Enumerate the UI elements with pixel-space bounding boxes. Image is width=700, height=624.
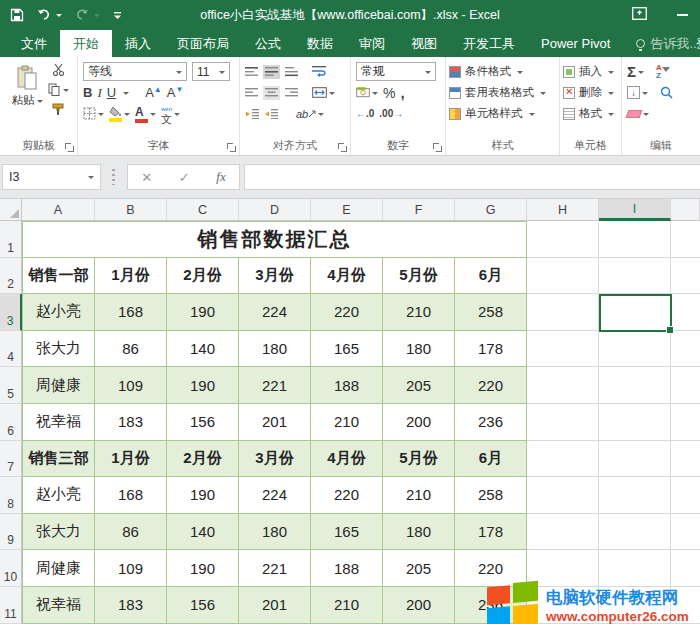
row-header-9[interactable]: 9 xyxy=(0,514,22,551)
cell-F11[interactable]: 200 xyxy=(383,587,455,624)
column-header-G[interactable]: G xyxy=(455,199,527,221)
cell-E8[interactable]: 220 xyxy=(311,477,383,514)
insert-function-icon[interactable]: fx xyxy=(216,169,225,185)
cell-A10[interactable]: 周健康 xyxy=(22,550,95,587)
cell-I8[interactable] xyxy=(599,477,671,514)
cell-A8[interactable]: 赵小亮 xyxy=(22,477,95,514)
column-header-A[interactable]: A xyxy=(22,199,95,221)
cell-E11[interactable]: 210 xyxy=(311,587,383,624)
orientation-button[interactable]: ab xyxy=(296,108,324,120)
row-header-11[interactable]: 11 xyxy=(0,587,22,624)
phonetic-dropdown-icon[interactable] xyxy=(174,113,180,119)
row-header-8[interactable]: 8 xyxy=(0,477,22,514)
cell-D5[interactable]: 221 xyxy=(239,367,311,404)
cell-A7[interactable]: 销售三部 xyxy=(22,441,95,478)
cell-H8[interactable] xyxy=(527,477,599,514)
cut-button[interactable] xyxy=(48,63,69,76)
cell-A4[interactable]: 张大力 xyxy=(22,331,95,368)
borders-button[interactable] xyxy=(83,107,104,120)
column-header-E[interactable]: E xyxy=(311,199,383,221)
font-dialog-launcher[interactable] xyxy=(227,143,236,152)
increase-decimal-button[interactable]: ←.0 xyxy=(356,108,374,119)
copy-button[interactable] xyxy=(48,83,69,96)
redo-dropdown-icon[interactable] xyxy=(94,14,100,20)
cell-H4[interactable] xyxy=(527,331,599,368)
styles-item-2[interactable]: 单元格样式 xyxy=(446,103,559,124)
ribbon-display-options-icon[interactable] xyxy=(632,6,647,24)
font-color-dropdown-icon[interactable] xyxy=(150,113,156,119)
clear-button[interactable] xyxy=(627,110,649,118)
cell-F9[interactable]: 180 xyxy=(383,514,455,551)
merge-center-button[interactable] xyxy=(312,87,335,98)
cell-D10[interactable]: 221 xyxy=(239,550,311,587)
cell-I2[interactable] xyxy=(599,258,671,295)
underline-button[interactable]: U xyxy=(107,85,116,100)
cell-B10[interactable]: 109 xyxy=(95,550,167,587)
cell-H6[interactable] xyxy=(527,404,599,441)
top-align-button[interactable] xyxy=(245,67,258,77)
tab-file[interactable]: 文件 xyxy=(8,30,60,57)
align-left-button[interactable] xyxy=(245,88,258,98)
row-header-7[interactable]: 7 xyxy=(0,441,22,478)
undo-button[interactable] xyxy=(37,9,62,21)
cell-H1[interactable] xyxy=(527,221,599,258)
active-cell-selection[interactable] xyxy=(599,294,672,332)
cell-G3[interactable]: 258 xyxy=(455,294,527,331)
cell-G6[interactable]: 236 xyxy=(455,404,527,441)
copy-dropdown-icon[interactable] xyxy=(63,89,69,95)
cell-I4[interactable] xyxy=(599,331,671,368)
cell-partial-8[interactable] xyxy=(671,477,700,514)
column-header-B[interactable]: B xyxy=(95,199,167,221)
cell-C2[interactable]: 2月份 xyxy=(167,258,239,295)
cell-C11[interactable]: 156 xyxy=(167,587,239,624)
cell-C10[interactable]: 190 xyxy=(167,550,239,587)
cell-E10[interactable]: 188 xyxy=(311,550,383,587)
fill-dropdown-icon[interactable] xyxy=(642,92,648,98)
tab-home[interactable]: 开始 xyxy=(60,30,112,57)
cell-B2[interactable]: 1月份 xyxy=(95,258,167,295)
formula-bar-resize-handle[interactable] xyxy=(112,169,115,185)
cell-G4[interactable]: 178 xyxy=(455,331,527,368)
cell-C7[interactable]: 2月份 xyxy=(167,441,239,478)
cell-H3[interactable] xyxy=(527,294,599,331)
row-header-2[interactable]: 2 xyxy=(0,258,22,295)
cell-A3[interactable]: 赵小亮 xyxy=(22,294,95,331)
cell-partial-6[interactable] xyxy=(671,404,700,441)
bold-button[interactable]: B xyxy=(83,85,92,100)
cell-I5[interactable] xyxy=(599,367,671,404)
select-all-button[interactable] xyxy=(0,199,22,221)
cell-D9[interactable]: 180 xyxy=(239,514,311,551)
autosum-button[interactable]: Σ xyxy=(627,63,644,80)
cancel-icon[interactable]: ✕ xyxy=(141,170,152,185)
alignment-dialog-launcher[interactable] xyxy=(338,143,347,152)
cell-F6[interactable]: 200 xyxy=(383,404,455,441)
name-box[interactable]: I3 xyxy=(2,164,101,190)
cell-C9[interactable]: 140 xyxy=(167,514,239,551)
orientation-dropdown-icon[interactable] xyxy=(318,113,324,119)
number-format-select[interactable]: 常规 xyxy=(356,62,436,81)
cell-B3[interactable]: 168 xyxy=(95,294,167,331)
cell-A6[interactable]: 祝幸福 xyxy=(22,404,95,441)
tab-review[interactable]: 审阅 xyxy=(346,30,398,57)
row-header-5[interactable]: 5 xyxy=(0,367,22,404)
increase-indent-button[interactable] xyxy=(264,109,278,119)
cell-A2[interactable]: 销售一部 xyxy=(22,258,95,295)
column-header-C[interactable]: C xyxy=(167,199,239,221)
row-header-3[interactable]: 3 xyxy=(0,294,22,331)
cell-D8[interactable]: 224 xyxy=(239,477,311,514)
tab-sign-in[interactable]: 登 xyxy=(683,30,700,57)
increase-font-size-button[interactable]: A▲ xyxy=(145,85,162,100)
row-header-1[interactable]: 1 xyxy=(0,221,22,258)
cell-B6[interactable]: 183 xyxy=(95,404,167,441)
customize-quick-access-icon[interactable] xyxy=(113,11,122,20)
minimize-icon[interactable] xyxy=(677,14,688,16)
cell-F10[interactable]: 205 xyxy=(383,550,455,587)
paste-button[interactable]: 粘贴 xyxy=(6,61,48,108)
cell-B7[interactable]: 1月份 xyxy=(95,441,167,478)
decrease-indent-button[interactable] xyxy=(245,109,259,119)
tab-insert[interactable]: 插入 xyxy=(112,30,164,57)
column-header-I[interactable]: I xyxy=(599,199,671,221)
find-select-button[interactable] xyxy=(660,86,673,99)
number-dialog-launcher[interactable] xyxy=(433,143,442,152)
cell-G9[interactable]: 178 xyxy=(455,514,527,551)
